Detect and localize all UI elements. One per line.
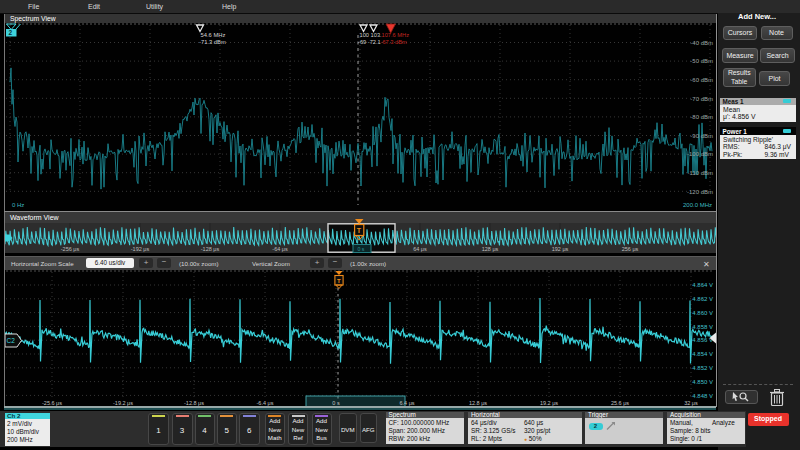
svg-text:0 Hz: 0 Hz — [12, 202, 24, 208]
svg-text:4.854 V: 4.854 V — [692, 351, 713, 357]
svg-text:4.860 V: 4.860 V — [692, 310, 713, 316]
svg-text:192 μs: 192 μs — [552, 245, 569, 251]
svg-text:-110 dBm: -110 dBm — [687, 170, 713, 176]
svg-text:-80 dBm: -80 dBm — [690, 114, 713, 120]
svg-text:-60 dBm: -60 dBm — [690, 77, 713, 83]
svg-text:100 103.: 100 103. — [360, 32, 383, 38]
svg-text:54.6 MHz: 54.6 MHz — [201, 32, 226, 38]
svg-text:6.4 μs: 6.4 μs — [399, 400, 414, 406]
svg-text:25.6 μs: 25.6 μs — [611, 400, 629, 406]
svg-text:-256 μs: -256 μs — [61, 245, 80, 251]
svg-text:T: T — [337, 278, 341, 284]
svg-text:-70 dBm: -70 dBm — [690, 96, 713, 102]
svg-text:C2: C2 — [7, 337, 16, 344]
svg-text:-40 dBm: -40 dBm — [690, 40, 713, 46]
svg-text:4.848 V: 4.848 V — [692, 393, 713, 399]
svg-text:2: 2 — [9, 29, 13, 36]
svg-text:256 μs: 256 μs — [622, 245, 639, 251]
svg-text:0 s: 0 s — [332, 400, 340, 406]
svg-text:-69 -72.1: -69 -72.1 — [358, 39, 381, 45]
svg-text:-67.3 dBm: -67.3 dBm — [381, 39, 408, 45]
svg-text:-192 μs: -192 μs — [131, 245, 150, 251]
svg-text:4.852 V: 4.852 V — [692, 365, 713, 371]
svg-text:64 μs: 64 μs — [413, 245, 427, 251]
svg-text:-120 dBm: -120 dBm — [687, 189, 713, 195]
svg-text:4.858 V: 4.858 V — [692, 324, 713, 330]
svg-text:12.8 μs: 12.8 μs — [469, 400, 487, 406]
svg-text:-100 dBm: -100 dBm — [687, 151, 713, 157]
svg-text:-64 μs: -64 μs — [272, 245, 288, 251]
svg-text:4.864 V: 4.864 V — [692, 282, 713, 288]
svg-text:-71.3 dBm: -71.3 dBm — [199, 39, 226, 45]
svg-text:-12.8 μs: -12.8 μs — [184, 400, 204, 406]
svg-text:4.850 V: 4.850 V — [692, 379, 713, 385]
svg-text:-90 dBm: -90 dBm — [690, 133, 713, 139]
svg-text:32 μs: 32 μs — [684, 400, 698, 406]
svg-text:4.862 V: 4.862 V — [692, 296, 713, 302]
svg-text:-50 dBm: -50 dBm — [690, 58, 713, 64]
svg-text:-19.2 μs: -19.2 μs — [113, 400, 133, 406]
svg-text:200.0 MHz: 200.0 MHz — [683, 202, 712, 208]
svg-text:107.6 MHz: 107.6 MHz — [382, 32, 410, 38]
svg-text:-128 μs: -128 μs — [201, 245, 220, 251]
svg-text:0 s: 0 s — [358, 246, 365, 252]
svg-text:19.2 μs: 19.2 μs — [540, 400, 558, 406]
svg-text:-6.4 μs: -6.4 μs — [257, 400, 274, 406]
svg-text:128 μs: 128 μs — [482, 245, 499, 251]
svg-text:-25.6 μs: -25.6 μs — [42, 400, 62, 406]
svg-text:T: T — [357, 227, 362, 234]
